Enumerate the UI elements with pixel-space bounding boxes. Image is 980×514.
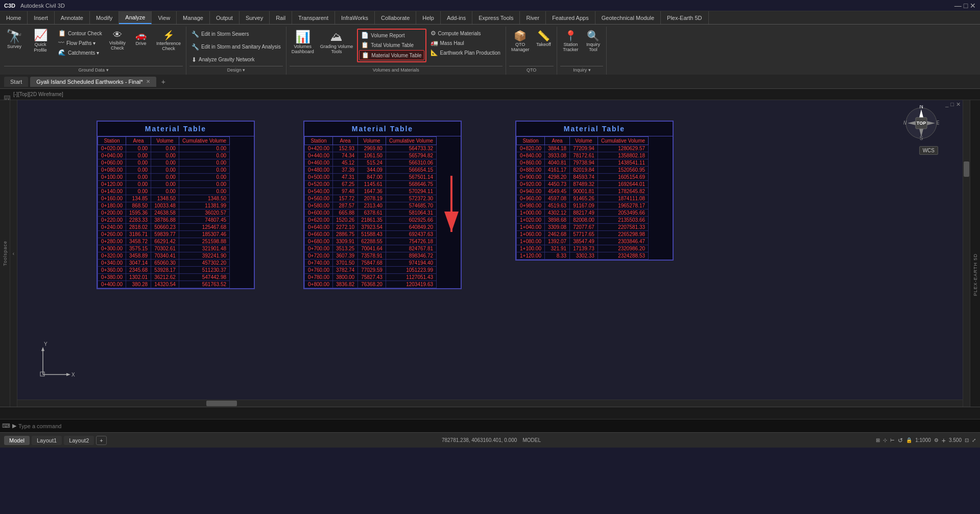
visibility-check-button[interactable]: 👁 VisibilityCheck xyxy=(107,29,128,52)
layout2-tab[interactable]: Layout2 xyxy=(64,436,94,445)
table-cell: 1692644.01 xyxy=(597,181,648,188)
analyze-gravity-button[interactable]: ⬇ Analyze Gravity Network xyxy=(189,55,256,64)
table-row: 0+820.003884.1877209.941280629.57 xyxy=(517,145,649,152)
settings-icon[interactable]: ⚙ xyxy=(934,437,939,443)
takeoff-button[interactable]: 📏 Takeoff xyxy=(533,29,554,48)
total-volume-table-button[interactable]: 📋 Total Volume Table xyxy=(359,40,424,50)
grading-volumes-icon: ⛰ xyxy=(330,30,343,44)
add-tab-button[interactable]: + xyxy=(158,78,169,86)
viewport-controls[interactable]: _ □ ✕ xyxy=(945,101,961,108)
survey-button[interactable]: 🔭 Survey xyxy=(4,29,25,51)
earthwork-plan-button[interactable]: 📐 Earthwork Plan Production xyxy=(428,48,503,57)
station-tracker-button[interactable]: 📍 StationTracker xyxy=(560,29,581,53)
doc-tab-gyali[interactable]: Gyali Island Scheduled Earthworks - Fina… xyxy=(30,77,156,87)
grid-icon[interactable]: ⊞ xyxy=(876,437,880,443)
tab-analyze[interactable]: Analyze xyxy=(119,11,152,24)
vp-close[interactable]: ✕ xyxy=(956,101,961,108)
interference-check-button[interactable]: ⚡ InterferenceCheck xyxy=(154,29,183,52)
window-controls[interactable]: — □ ✕ xyxy=(954,2,976,10)
model-tab[interactable]: Model xyxy=(4,436,30,445)
tab-geotechnical[interactable]: Geotechnical Module xyxy=(595,11,661,24)
tab-river[interactable]: River xyxy=(520,11,546,24)
volume-report-icon: 📄 xyxy=(361,32,369,39)
table-cell: 564733.32 xyxy=(386,145,436,152)
snap-icon[interactable]: ⊹ xyxy=(883,437,887,443)
command-prefix: ⌨ xyxy=(2,423,10,429)
edit-storm-sanitary-button[interactable]: 🔧 Edit in Storm and Sanitary Analysis xyxy=(189,42,283,52)
volume-report-button[interactable]: 📄 Volume Report xyxy=(359,31,424,40)
vertical-scrollbar[interactable] xyxy=(963,100,970,407)
tab-output[interactable]: Output xyxy=(210,11,240,24)
mass-haul-button[interactable]: 🚛 Mass Haul xyxy=(428,38,503,48)
table-cell: 3701.50 xyxy=(333,260,358,267)
layout1-tab[interactable]: Layout1 xyxy=(32,436,62,445)
compute-materials-button[interactable]: ⚙ Compute Materials xyxy=(428,29,503,38)
table-cell: 1+020.00 xyxy=(517,217,545,224)
close-tab-icon[interactable]: ✕ xyxy=(146,79,150,84)
inquiry-tool-button[interactable]: 🔍 InquiryTool xyxy=(583,29,603,53)
horizontal-scrollbar[interactable] xyxy=(17,400,963,407)
vp-maximize[interactable]: □ xyxy=(950,101,954,108)
tab-featured[interactable]: Featured Apps xyxy=(546,11,595,24)
tab-help[interactable]: Help xyxy=(416,11,441,24)
tab-transparent[interactable]: Transparent xyxy=(292,11,335,24)
tab-plexearth[interactable]: Plex-Earth 5D xyxy=(661,11,708,24)
tab-insert[interactable]: Insert xyxy=(28,11,55,24)
col-volume-2: Volume xyxy=(358,137,386,145)
table-cell: 1+000.00 xyxy=(517,209,545,217)
table-cell: 53928.17 xyxy=(151,267,179,274)
doc-tab-start[interactable]: Start xyxy=(4,77,28,87)
table-row: 0+420.00152.932969.80564733.32 xyxy=(305,145,437,152)
plus-icon[interactable]: + xyxy=(942,436,946,445)
volumes-dashboard-button[interactable]: 📊 VolumesDashboard xyxy=(290,29,316,55)
left-collapse[interactable]: ‹ xyxy=(10,100,17,407)
table-cell: 0+940.00 xyxy=(517,188,545,195)
catchments-button[interactable]: 🌊 Catchments ▾ xyxy=(56,48,104,57)
tab-view[interactable]: View xyxy=(152,11,177,24)
table-cell: 75847.68 xyxy=(358,260,386,267)
table-cell: 0.00 xyxy=(126,159,151,167)
vp-minimize[interactable]: _ xyxy=(945,101,948,108)
tab-infraworks[interactable]: InfraWorks xyxy=(335,11,375,24)
tab-express[interactable]: Express Tools xyxy=(472,11,520,24)
grading-volumes-button[interactable]: ⛰ Grading VolumeTools xyxy=(318,29,355,55)
svg-text:X: X xyxy=(71,372,75,378)
material-volume-table-button[interactable]: 📋 Material Volume Table xyxy=(359,50,424,60)
rotate-icon[interactable]: ↺ xyxy=(898,437,903,444)
tab-annotate[interactable]: Annotate xyxy=(55,11,90,24)
material-table-3-title: Material Table xyxy=(516,122,673,136)
tab-addins[interactable]: Add-ins xyxy=(441,11,472,24)
table-cell: 76368.20 xyxy=(358,281,386,288)
qto-manager-button[interactable]: 📦 QTOManager xyxy=(509,29,532,53)
edit-storm-sanitary-label: Edit in Storm and Sanitary Analysis xyxy=(201,44,281,50)
tab-manage[interactable]: Manage xyxy=(177,11,210,24)
tab-collaborate[interactable]: Collaborate xyxy=(375,11,416,24)
ortho-icon[interactable]: ⊢ xyxy=(890,437,895,443)
contour-label: Contour Check xyxy=(68,31,102,36)
add-layout-tab[interactable]: + xyxy=(96,436,106,445)
table-cell: 0.00 xyxy=(151,145,179,152)
tab-home[interactable]: Home xyxy=(0,11,28,24)
drive-button[interactable]: 🚗 Drive xyxy=(131,29,151,47)
tab-rail[interactable]: Rail xyxy=(270,11,292,24)
edit-storm-sewers-button[interactable]: 🔧 Edit in Storm Sewers xyxy=(189,30,251,39)
table-cell: 2320986.20 xyxy=(597,245,648,252)
table-cell: 457302.20 xyxy=(179,260,229,267)
table-cell: 0+280.00 xyxy=(98,238,126,245)
expand-icon[interactable]: ⤢ xyxy=(972,437,976,443)
lock-icon[interactable]: 🔒 xyxy=(906,437,912,443)
command-input[interactable] xyxy=(18,423,978,429)
quick-profile-button[interactable]: 📈 QuickProfile xyxy=(28,29,53,54)
table-cell: 0+580.00 xyxy=(305,202,333,209)
screen-icon[interactable]: ⊡ xyxy=(965,437,969,443)
table-cell: 77029.59 xyxy=(358,267,386,274)
table-cell: 1+080.00 xyxy=(517,238,545,245)
table-cell: 36212.62 xyxy=(151,274,179,281)
contour-check-button[interactable]: 📋 Contour Check xyxy=(56,29,104,38)
interference-col: ⚡ InterferenceCheck xyxy=(154,29,183,52)
flow-paths-button[interactable]: 〰 Flow Paths ▾ xyxy=(56,38,104,48)
tab-survey[interactable]: Survey xyxy=(240,11,270,24)
table-cell: 21861.35 xyxy=(358,217,386,224)
table-cell: 1302.01 xyxy=(126,274,151,281)
tab-modify[interactable]: Modify xyxy=(90,11,119,24)
